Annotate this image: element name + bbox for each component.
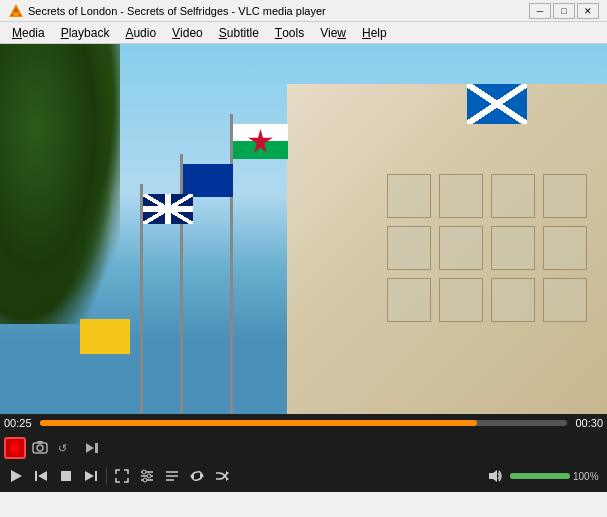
extended-button[interactable] <box>135 464 159 488</box>
window-cell <box>543 226 587 270</box>
svg-point-19 <box>147 474 151 478</box>
stop-button[interactable] <box>54 464 78 488</box>
playlist-icon <box>164 468 180 484</box>
loop-button[interactable] <box>185 464 209 488</box>
window-cell <box>491 226 535 270</box>
controls-panel: ↺ <box>0 432 607 492</box>
fullscreen-icon <box>114 468 130 484</box>
window-title: Secrets of London - Secrets of Selfridge… <box>28 5 529 17</box>
svg-rect-5 <box>37 441 43 443</box>
svg-marker-29 <box>226 471 229 475</box>
video-background <box>0 44 607 414</box>
window-cell <box>491 174 535 218</box>
svg-marker-27 <box>226 477 229 481</box>
menu-help[interactable]: Help <box>354 22 395 43</box>
flag-yellow <box>80 319 130 354</box>
window-cell <box>543 278 587 322</box>
menu-playback[interactable]: Playback <box>53 22 118 43</box>
snapshot-button[interactable] <box>28 436 52 460</box>
vlc-icon <box>8 3 24 19</box>
controls-row2: 100% <box>4 462 603 490</box>
stop-icon <box>58 468 74 484</box>
progress-bar[interactable] <box>40 420 567 426</box>
random-button[interactable] <box>210 464 234 488</box>
previous-button[interactable] <box>29 464 53 488</box>
close-button[interactable]: ✕ <box>577 3 599 19</box>
volume-area: 100% <box>483 464 603 488</box>
flagpole-2 <box>180 154 183 414</box>
svg-rect-13 <box>95 471 97 481</box>
controls-row1: ↺ <box>4 434 603 462</box>
flag-union <box>143 194 193 224</box>
random-icon <box>214 468 230 484</box>
menu-tools[interactable]: Tools <box>267 22 312 43</box>
loop-ab-icon: ↺ <box>58 440 74 456</box>
previous-icon <box>33 468 49 484</box>
window-cell <box>439 174 483 218</box>
extended-icon <box>139 468 155 484</box>
next-icon <box>83 468 99 484</box>
maximize-button[interactable]: □ <box>553 3 575 19</box>
controls-left <box>4 464 234 488</box>
time-current: 00:25 <box>4 417 36 429</box>
flag-scotland <box>467 84 527 124</box>
window-cell <box>439 226 483 270</box>
volume-bar[interactable] <box>510 473 570 479</box>
window-cell <box>439 278 483 322</box>
volume-icon <box>487 468 503 484</box>
window-cell <box>491 278 535 322</box>
svg-rect-8 <box>95 443 98 453</box>
volume-button[interactable] <box>483 464 507 488</box>
svg-rect-10 <box>35 471 37 481</box>
record-dot <box>10 443 20 453</box>
svg-rect-2 <box>13 12 19 16</box>
menu-video[interactable]: Video <box>164 22 211 43</box>
title-bar: Secrets of London - Secrets of Selfridge… <box>0 0 607 22</box>
volume-percent: 100% <box>573 471 603 482</box>
loop-ab-button[interactable]: ↺ <box>54 436 78 460</box>
trees <box>0 44 120 324</box>
next-frame-button[interactable] <box>80 436 104 460</box>
menu-subtitle[interactable]: Subtitle <box>211 22 267 43</box>
svg-marker-11 <box>38 471 47 481</box>
minimize-button[interactable]: ─ <box>529 3 551 19</box>
svg-text:↺: ↺ <box>58 442 67 454</box>
loop-icon <box>189 468 205 484</box>
building <box>287 84 607 414</box>
menu-view[interactable]: View <box>312 22 354 43</box>
play-icon <box>8 468 24 484</box>
progress-bar-fill <box>40 420 477 426</box>
flagpole-3 <box>140 184 143 414</box>
progress-area: 00:25 00:30 <box>0 414 607 432</box>
svg-marker-9 <box>11 470 22 482</box>
flag-eu <box>183 164 233 197</box>
record-button[interactable] <box>4 437 26 459</box>
menu-media[interactable]: Media <box>4 22 53 43</box>
fullscreen-button[interactable] <box>110 464 134 488</box>
building-windows <box>387 174 587 374</box>
time-total: 00:30 <box>571 417 603 429</box>
playlist-button[interactable] <box>160 464 184 488</box>
svg-point-4 <box>37 445 43 451</box>
svg-marker-14 <box>85 471 94 481</box>
window-cell <box>543 174 587 218</box>
play-button[interactable] <box>4 464 28 488</box>
next-frame-icon <box>84 440 100 456</box>
window-cell <box>387 278 431 322</box>
controls-divider <box>106 467 107 485</box>
next-button[interactable] <box>79 464 103 488</box>
snapshot-icon <box>32 440 48 456</box>
svg-marker-7 <box>86 443 94 453</box>
flag-welsh <box>233 124 288 159</box>
svg-rect-12 <box>61 471 71 481</box>
svg-point-18 <box>142 470 146 474</box>
menu-bar: Media Playback Audio Video Subtitle Tool… <box>0 22 607 44</box>
svg-marker-30 <box>489 470 497 482</box>
window-cell <box>387 174 431 218</box>
window-cell <box>387 226 431 270</box>
video-area[interactable] <box>0 44 607 414</box>
flagpole-1 <box>230 114 233 414</box>
svg-point-20 <box>143 478 147 482</box>
menu-audio[interactable]: Audio <box>117 22 164 43</box>
volume-bar-fill <box>510 473 570 479</box>
